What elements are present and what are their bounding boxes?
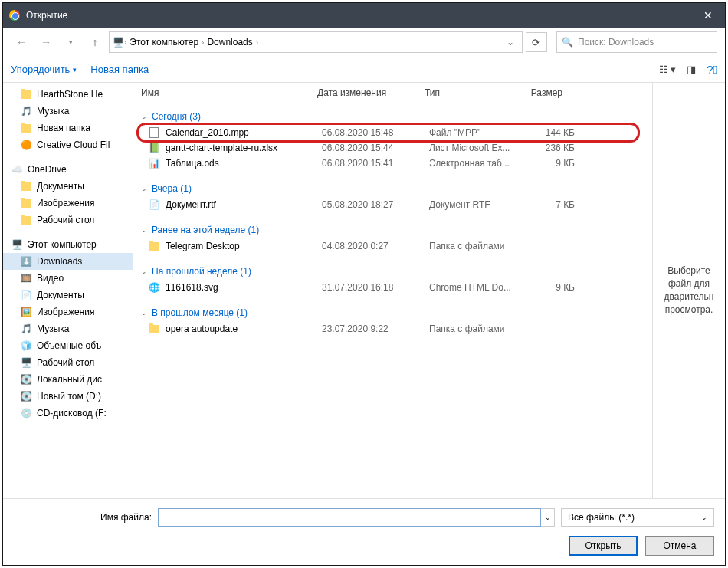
file-icon: [147, 242, 161, 251]
file-size: 9 КБ: [529, 158, 575, 169]
cancel-button[interactable]: Отмена: [645, 536, 714, 556]
sidebar-item[interactable]: 🖼️Изображения: [3, 304, 133, 320]
sidebar-item[interactable]: Изображения: [3, 195, 133, 212]
sidebar-item[interactable]: 🎵Музыка: [3, 103, 133, 120]
sidebar-item[interactable]: 💽Новый том (D:): [3, 388, 133, 405]
sidebar[interactable]: HearthStone He🎵МузыкаНовая папка🟠Creativ…: [3, 83, 133, 498]
video-icon: 🎞️: [20, 272, 32, 284]
filename-input[interactable]: [158, 508, 541, 527]
sidebar-item[interactable]: ☁️OneDrive: [3, 161, 133, 178]
col-type[interactable]: Тип: [417, 87, 516, 98]
chevron-down-icon: ⌄: [141, 113, 147, 120]
organize-menu[interactable]: Упорядочить: [11, 64, 77, 75]
sidebar-item[interactable]: HearthStone He: [3, 86, 133, 103]
file-date: 23.07.2020 9:22: [322, 323, 429, 334]
breadcrumb-seg-0[interactable]: Этот компьютер: [126, 37, 202, 48]
file-row[interactable]: Calendar_2010.mpp06.08.2020 15:48Файл "M…: [141, 125, 644, 140]
open-button[interactable]: Открыть: [569, 536, 638, 556]
sidebar-item[interactable]: 🖥️Рабочий стол: [3, 354, 133, 371]
file-date: 06.08.2020 15:48: [322, 127, 429, 138]
file-row[interactable]: Telegram Desktop04.08.2020 0:27Папка с ф…: [141, 238, 644, 254]
pc-icon: 🖥️: [113, 37, 124, 48]
file-row[interactable]: 🌐1161618.svg31.07.2020 16:18Chrome HTML …: [141, 280, 644, 295]
footer: Имя файла: ⌄ Все файлы (*.*) ⌄ Открыть О…: [3, 498, 725, 565]
address-dropdown[interactable]: ⌄: [502, 37, 519, 48]
col-date[interactable]: Дата изменения: [310, 87, 417, 98]
forward-button[interactable]: →: [35, 31, 57, 53]
file-date: 04.08.2020 0:27: [322, 241, 429, 251]
preview-text: Выберите файл для дварительн просмотра.: [659, 264, 719, 316]
file-list[interactable]: Имя Дата изменения Тип Размер ⌄Сегодня (…: [133, 83, 652, 498]
sidebar-item[interactable]: Новая папка: [3, 120, 133, 136]
new-folder-button[interactable]: Новая папка: [90, 64, 149, 75]
recent-dropdown[interactable]: ▾: [60, 31, 81, 53]
file-type: Электронная таб...: [429, 158, 529, 169]
sidebar-item[interactable]: 📄Документы: [3, 287, 133, 304]
sidebar-item[interactable]: ⬇️Downloads: [3, 253, 133, 270]
close-button[interactable]: ✕: [697, 6, 719, 25]
group-header[interactable]: ⌄На прошлой неделе (1): [141, 263, 644, 280]
filename-dropdown[interactable]: ⌄: [541, 508, 555, 527]
address-bar[interactable]: 🖥️ › Этот компьютер › Downloads › ⌄: [109, 31, 523, 53]
file-type: Файл "MPP": [429, 127, 529, 138]
file-row[interactable]: 📄Документ.rtf05.08.2020 18:27Документ RT…: [141, 197, 644, 212]
folder-icon: [20, 197, 32, 209]
folder-icon: [20, 88, 32, 100]
sidebar-item-label: Новая папка: [37, 123, 90, 133]
refresh-button[interactable]: ⟳: [526, 32, 547, 52]
chevron-down-icon: ⌄: [141, 268, 147, 275]
file-filter-dropdown[interactable]: Все файлы (*.*) ⌄: [561, 508, 714, 527]
docs-icon: 📄: [20, 289, 32, 301]
chevron-down-icon: ⌄: [141, 309, 147, 317]
file-icon: [147, 127, 161, 138]
chrome-icon: [9, 10, 20, 21]
file-row[interactable]: 📗gantt-chart-template-ru.xlsx06.08.2020 …: [141, 140, 644, 156]
file-type: Документ RTF: [429, 199, 529, 210]
column-headers[interactable]: Имя Дата изменения Тип Размер: [133, 83, 652, 103]
sidebar-item[interactable]: 🎵Музыка: [3, 320, 133, 337]
music2-icon: 🎵: [20, 323, 32, 335]
group-header[interactable]: ⌄Сегодня (3): [141, 108, 644, 125]
group-header[interactable]: ⌄Ранее на этой неделе (1): [141, 222, 644, 238]
sidebar-item[interactable]: 💿CD-дисковод (F:: [3, 405, 133, 422]
breadcrumb-seg-1[interactable]: Downloads: [204, 37, 255, 48]
view-mode-button[interactable]: ☷ ▾: [659, 64, 677, 75]
3d-icon: 🧊: [20, 340, 32, 352]
sidebar-item[interactable]: 🖥️Этот компьютер: [3, 236, 133, 253]
preview-pane-button[interactable]: ◨: [687, 64, 696, 75]
sidebar-item[interactable]: 🧊Объемные объ: [3, 337, 133, 354]
group-header[interactable]: ⌄В прошлом месяце (1): [141, 304, 644, 321]
up-button[interactable]: ↑: [84, 31, 106, 53]
sidebar-item-label: Документы: [37, 290, 84, 300]
downloads-icon: ⬇️: [20, 255, 32, 268]
sidebar-item-label: Downloads: [37, 256, 82, 267]
onedrive-icon: ☁️: [11, 163, 23, 176]
group-header[interactable]: ⌄Вчера (1): [141, 180, 644, 197]
sidebar-item[interactable]: 💽Локальный дис: [3, 371, 133, 388]
search-input[interactable]: 🔍 Поиск: Downloads: [556, 31, 717, 53]
sidebar-item[interactable]: Документы: [3, 178, 133, 195]
file-type: Chrome HTML Do...: [429, 282, 529, 293]
file-name: 1161618.svg: [166, 282, 322, 293]
sidebar-item-label: Этот компьютер: [28, 239, 97, 250]
file-icon: 📊: [147, 158, 161, 169]
sidebar-item[interactable]: Рабочий стол: [3, 212, 133, 228]
sidebar-item-label: Рабочий стол: [37, 215, 94, 225]
folder-icon: [20, 122, 32, 134]
group-title: Сегодня (3): [152, 111, 201, 122]
col-size[interactable]: Размер: [516, 87, 570, 98]
file-name: Telegram Desktop: [166, 241, 322, 251]
sidebar-item-label: CD-дисковод (F:: [37, 408, 107, 419]
group-title: В прошлом месяце (1): [152, 307, 248, 318]
help-button[interactable]: ?⃝: [707, 63, 717, 76]
sidebar-item[interactable]: 🟠Creative Cloud Fil: [3, 136, 133, 153]
sidebar-item[interactable]: 🎞️Видео: [3, 270, 133, 287]
file-row[interactable]: 📊Таблица.ods06.08.2020 15:41Электронная …: [141, 156, 644, 171]
file-icon: 🌐: [147, 282, 161, 293]
col-name[interactable]: Имя: [133, 87, 310, 98]
chevron-right-icon: ›: [256, 38, 258, 47]
file-row[interactable]: opera autoupdate23.07.2020 9:22Папка с ф…: [141, 321, 644, 337]
back-button[interactable]: ←: [11, 31, 32, 53]
file-name: opera autoupdate: [166, 323, 322, 334]
sidebar-item-label: OneDrive: [28, 164, 67, 175]
